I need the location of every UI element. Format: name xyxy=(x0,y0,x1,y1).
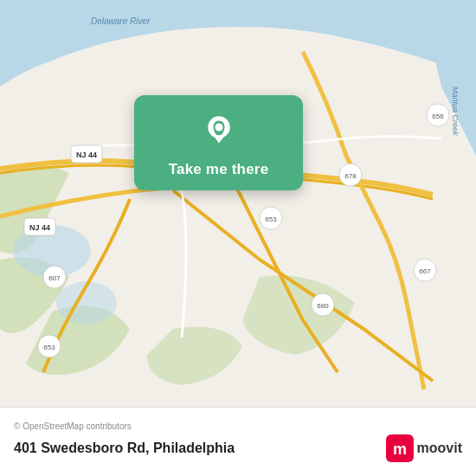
moovit-logo: m moovit xyxy=(386,434,462,462)
svg-text:Delaware River: Delaware River xyxy=(91,16,151,26)
moovit-icon: m xyxy=(386,434,414,462)
bottom-bar: © OpenStreetMap contributors 401 Swedesb… xyxy=(0,407,476,476)
address-row: 401 Swedesboro Rd, Philadelphia m moovit xyxy=(14,434,462,462)
svg-text:Mantua Creek: Mantua Creek xyxy=(451,87,460,136)
svg-text:667: 667 xyxy=(419,267,431,275)
moovit-text: moovit xyxy=(417,441,462,456)
location-pin-icon xyxy=(198,111,240,152)
svg-text:678: 678 xyxy=(344,172,357,180)
svg-text:656: 656 xyxy=(432,113,444,120)
svg-text:607: 607 xyxy=(48,274,61,282)
take-me-there-button[interactable]: Take me there xyxy=(169,161,269,178)
svg-text:653: 653 xyxy=(265,215,277,223)
svg-point-25 xyxy=(215,124,222,132)
attribution-text: © OpenStreetMap contributors xyxy=(14,421,462,431)
popup-card: Take me there xyxy=(134,95,303,190)
svg-text:680: 680 xyxy=(317,302,329,310)
svg-text:NJ 44: NJ 44 xyxy=(76,151,97,159)
svg-text:NJ 44: NJ 44 xyxy=(29,223,50,232)
map-container: NJ 44 NJ 44 678 656 653 607 653 667 680 … xyxy=(0,0,476,407)
svg-text:m: m xyxy=(393,441,407,458)
address-text: 401 Swedesboro Rd, Philadelphia xyxy=(14,441,235,456)
map-svg: NJ 44 NJ 44 678 656 653 607 653 667 680 … xyxy=(0,0,476,407)
svg-text:653: 653 xyxy=(43,344,55,351)
